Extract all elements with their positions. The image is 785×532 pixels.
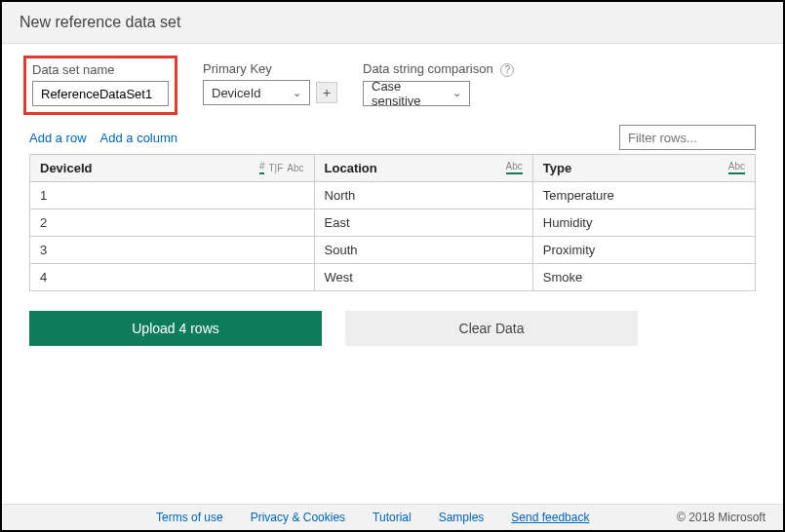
main-content: Data set name Primary Key DeviceId ⌄ + D… xyxy=(2,44,783,346)
page-title: New reference data set xyxy=(2,2,783,44)
primary-key-wrap: DeviceId ⌄ + xyxy=(203,80,337,105)
cell[interactable]: 4 xyxy=(30,264,315,291)
string-comparison-label: Data string comparison ? xyxy=(363,61,514,77)
filter-rows-input[interactable] xyxy=(619,125,756,150)
table-actions: Add a row Add a column xyxy=(29,125,756,150)
add-column-link[interactable]: Add a column xyxy=(100,131,178,145)
chevron-down-icon: ⌄ xyxy=(452,87,461,99)
footer: Terms of use Privacy & Cookies Tutorial … xyxy=(2,504,783,530)
table-row[interactable]: 1 North Temperature xyxy=(30,182,756,209)
cell[interactable]: West xyxy=(314,264,532,291)
upload-button[interactable]: Upload 4 rows xyxy=(29,311,322,346)
help-icon[interactable]: ? xyxy=(500,63,514,77)
primary-key-value: DeviceId xyxy=(212,86,261,100)
clear-data-button[interactable]: Clear Data xyxy=(345,311,638,346)
cell[interactable]: East xyxy=(314,209,532,237)
string-comparison-value: Case sensitive xyxy=(372,79,452,108)
cell[interactable]: Humidity xyxy=(532,209,755,237)
cell[interactable]: South xyxy=(314,237,532,264)
string-comparison-select[interactable]: Case sensitive ⌄ xyxy=(363,81,470,106)
cell[interactable]: 2 xyxy=(30,209,315,237)
col-header-type[interactable]: Type Abc xyxy=(532,155,755,182)
dataset-name-group: Data set name xyxy=(32,62,169,106)
col-header-deviceid[interactable]: DeviceId # T|F Abc xyxy=(30,155,315,182)
config-row: Data set name Primary Key DeviceId ⌄ + D… xyxy=(29,61,756,115)
footer-links: Terms of use Privacy & Cookies Tutorial … xyxy=(156,511,589,524)
col-type-hint: Abc xyxy=(506,161,523,174)
primary-key-label: Primary Key xyxy=(203,61,337,76)
data-table: DeviceId # T|F Abc Location Abc Type xyxy=(29,154,756,291)
table-row[interactable]: 4 West Smoke xyxy=(30,264,756,291)
dataset-name-label: Data set name xyxy=(32,62,169,77)
primary-key-select[interactable]: DeviceId ⌄ xyxy=(203,80,310,105)
dataset-name-input[interactable] xyxy=(32,81,169,106)
cell[interactable]: Proximity xyxy=(532,237,755,264)
cell[interactable]: Temperature xyxy=(532,182,755,209)
string-comparison-group: Data string comparison ? Case sensitive … xyxy=(363,61,514,106)
table-row[interactable]: 3 South Proximity xyxy=(30,237,756,264)
cell[interactable]: North xyxy=(314,182,532,209)
samples-link[interactable]: Samples xyxy=(439,511,485,524)
table-row[interactable]: 2 East Humidity xyxy=(30,209,756,237)
chevron-down-icon: ⌄ xyxy=(293,87,301,99)
terms-link[interactable]: Terms of use xyxy=(156,511,223,524)
tutorial-link[interactable]: Tutorial xyxy=(373,511,412,524)
col-header-location[interactable]: Location Abc xyxy=(314,155,532,182)
link-actions: Add a row Add a column xyxy=(29,131,177,145)
col-type-hint: Abc xyxy=(728,161,745,174)
feedback-link[interactable]: Send feedback xyxy=(511,511,589,524)
add-row-link[interactable]: Add a row xyxy=(29,131,87,145)
copyright: © 2018 Microsoft xyxy=(677,511,765,524)
cell[interactable]: 1 xyxy=(30,182,315,209)
privacy-link[interactable]: Privacy & Cookies xyxy=(251,511,345,524)
cell[interactable]: 3 xyxy=(30,237,315,264)
primary-key-group: Primary Key DeviceId ⌄ + xyxy=(203,61,337,105)
button-row: Upload 4 rows Clear Data xyxy=(29,311,756,346)
col-type-hint: # T|F Abc xyxy=(259,161,304,174)
cell[interactable]: Smoke xyxy=(532,264,755,291)
dataset-name-highlight: Data set name xyxy=(23,56,177,115)
add-primary-key-button[interactable]: + xyxy=(316,82,337,103)
table-header-row: DeviceId # T|F Abc Location Abc Type xyxy=(30,155,756,182)
